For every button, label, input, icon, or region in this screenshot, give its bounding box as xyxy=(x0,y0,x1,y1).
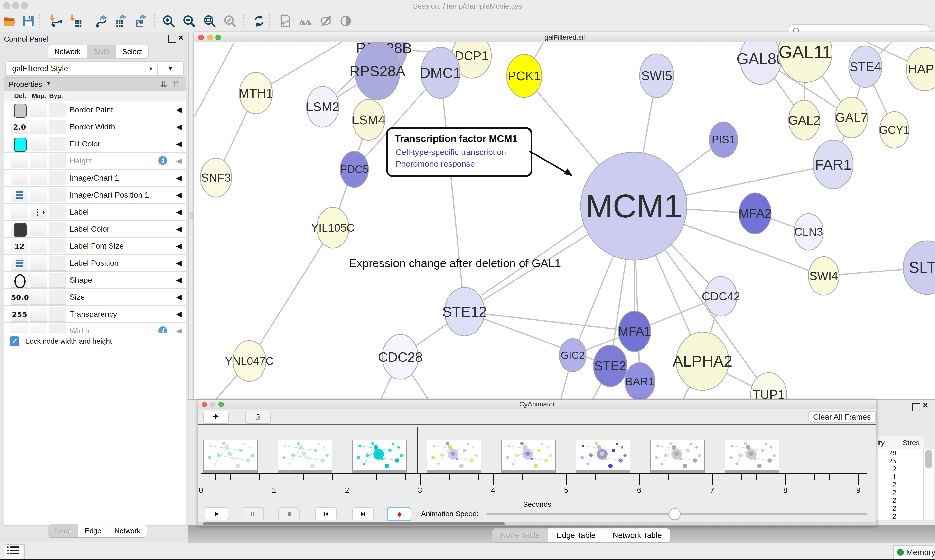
property-row[interactable]: 2.0Border Width◀ xyxy=(5,118,185,135)
mapping-cell[interactable] xyxy=(30,120,47,134)
bypass-cell[interactable] xyxy=(49,103,66,117)
show-panels-button[interactable] xyxy=(5,545,25,559)
mapping-cell[interactable] xyxy=(30,171,47,185)
default-value-cell[interactable] xyxy=(11,256,28,271)
zoom-selected-button[interactable] xyxy=(222,13,238,29)
bypass-cell[interactable] xyxy=(49,120,66,134)
lock-size-checkbox[interactable]: ✓ xyxy=(10,337,20,346)
import-network-button[interactable] xyxy=(48,13,63,29)
property-row[interactable]: Label Position◀ xyxy=(5,255,185,272)
export-image-button[interactable] xyxy=(133,13,149,29)
expand-arrow-icon[interactable]: ◀ xyxy=(176,139,182,148)
style-options-button[interactable]: ▾ xyxy=(157,61,184,76)
float-panel-icon[interactable] xyxy=(912,403,920,411)
show-graphics-details-button[interactable] xyxy=(338,13,353,29)
open-session-button[interactable] xyxy=(2,13,17,29)
timeline-horizontal-scrollbar[interactable] xyxy=(199,522,876,525)
expand-arrow-icon[interactable]: ◀ xyxy=(176,157,182,165)
annotation-link[interactable]: Pheromone response xyxy=(396,159,475,169)
close-panel-icon[interactable]: × xyxy=(178,34,184,42)
annotation-link[interactable]: Cell-type-specific transcription xyxy=(396,148,506,157)
record-button[interactable] xyxy=(387,508,412,521)
network-edge[interactable] xyxy=(440,73,464,312)
table-row[interactable]: 26 xyxy=(876,449,924,457)
table-row[interactable]: 2 xyxy=(876,504,924,512)
expand-arrow-icon[interactable]: ◀ xyxy=(176,191,182,199)
table-row[interactable]: 1 xyxy=(876,473,924,481)
tab-network[interactable]: Network xyxy=(48,45,87,58)
zoom-fit-button[interactable] xyxy=(202,13,217,29)
network-edge[interactable] xyxy=(194,42,234,117)
skip-to-end-button[interactable] xyxy=(352,508,373,520)
property-row[interactable]: 50.0Size◀ xyxy=(5,289,185,306)
mapping-cell[interactable] xyxy=(30,290,47,305)
bypass-cell[interactable] xyxy=(49,137,66,151)
property-row[interactable]: 12Label Font Size◀ xyxy=(5,238,185,255)
style-selector-dropdown[interactable]: galFiltered Style ▾ xyxy=(5,61,159,76)
expand-all-icon[interactable]: ⇊ xyxy=(160,79,167,89)
tab-style[interactable]: Style xyxy=(87,45,116,58)
default-value-cell[interactable] xyxy=(11,273,28,288)
default-value-cell[interactable]: 2.0 xyxy=(11,120,28,134)
expand-arrow-icon[interactable]: ◀ xyxy=(176,242,182,250)
mapping-cell[interactable] xyxy=(30,239,47,254)
add-frame-button[interactable] xyxy=(203,411,228,423)
default-value-cell[interactable]: 50.0 xyxy=(11,290,28,305)
expand-arrow-icon[interactable]: ◀ xyxy=(176,310,182,318)
collapse-all-icon[interactable]: ⇈ xyxy=(173,79,179,89)
annotation-arrow[interactable] xyxy=(520,140,584,188)
property-row[interactable]: Border Paint◀ xyxy=(5,102,185,118)
tab-edge[interactable]: Edge xyxy=(79,525,108,537)
tab-select[interactable]: Select xyxy=(116,45,148,58)
expand-arrow-icon[interactable]: ◀ xyxy=(176,105,182,114)
default-value-cell[interactable] xyxy=(11,222,28,237)
default-value-cell[interactable]: 255 xyxy=(11,307,28,322)
slider-knob[interactable] xyxy=(669,508,680,520)
network-edge[interactable] xyxy=(249,228,333,361)
network-file-button[interactable] xyxy=(278,13,293,29)
import-table-button[interactable] xyxy=(68,13,83,29)
float-panel-icon[interactable] xyxy=(168,35,176,43)
tab-edge-table[interactable]: Edge Table xyxy=(548,528,604,542)
property-row[interactable]: Image/Chart Position 1◀ xyxy=(5,186,185,204)
stop-button[interactable] xyxy=(278,508,300,520)
save-session-button[interactable] xyxy=(20,13,36,29)
delete-frame-button[interactable] xyxy=(245,411,270,423)
bypass-cell[interactable] xyxy=(49,222,66,237)
panel-splitter-handle[interactable] xyxy=(188,212,193,219)
group-annotations-button[interactable] xyxy=(298,13,313,29)
table-row[interactable]: 2 xyxy=(876,488,924,497)
properties-header[interactable]: Properties ▾ ⇊ ⇈ xyxy=(5,78,185,91)
default-value-cell[interactable] xyxy=(11,137,28,151)
property-row[interactable]: Shape◀ xyxy=(5,272,185,289)
skip-to-start-button[interactable] xyxy=(315,508,336,520)
expand-arrow-icon[interactable]: ◀ xyxy=(176,122,182,131)
table-vertical-scrollbar[interactable] xyxy=(923,449,934,520)
expand-arrow-icon[interactable]: ◀ xyxy=(176,225,182,233)
mapping-cell[interactable] xyxy=(30,103,47,117)
expand-arrow-icon[interactable]: ◀ xyxy=(176,258,182,267)
cyanimator-titlebar[interactable]: CyAnimator xyxy=(199,400,876,409)
play-button[interactable] xyxy=(205,508,228,520)
table-row[interactable]: 25 xyxy=(876,457,924,465)
refresh-layout-button[interactable] xyxy=(251,13,267,29)
scrollbar-thumb[interactable] xyxy=(925,450,932,468)
pause-button[interactable] xyxy=(242,508,264,520)
mapping-cell[interactable] xyxy=(30,307,47,322)
column-ity[interactable]: ity xyxy=(877,438,885,447)
timeline[interactable]: 0123456789 Seconds xyxy=(199,425,876,505)
scrollbar-thumb[interactable] xyxy=(203,522,505,525)
property-row[interactable]: Heighti◀ xyxy=(5,152,185,169)
bypass-cell[interactable] xyxy=(49,307,66,322)
default-value-cell[interactable] xyxy=(11,154,28,168)
expand-arrow-icon[interactable]: ◀ xyxy=(176,174,182,182)
close-panel-icon[interactable]: × xyxy=(923,401,928,409)
column-stress[interactable]: Stres xyxy=(903,438,920,447)
export-network-button[interactable] xyxy=(94,13,110,29)
default-value-cell[interactable] xyxy=(11,171,28,185)
table-row[interactable]: 2 xyxy=(876,496,924,504)
table-row[interactable]: 2 xyxy=(876,512,924,520)
zoom-out-button[interactable] xyxy=(181,13,197,29)
hide-graphics-details-button[interactable] xyxy=(318,13,333,29)
bypass-cell[interactable] xyxy=(49,256,66,271)
